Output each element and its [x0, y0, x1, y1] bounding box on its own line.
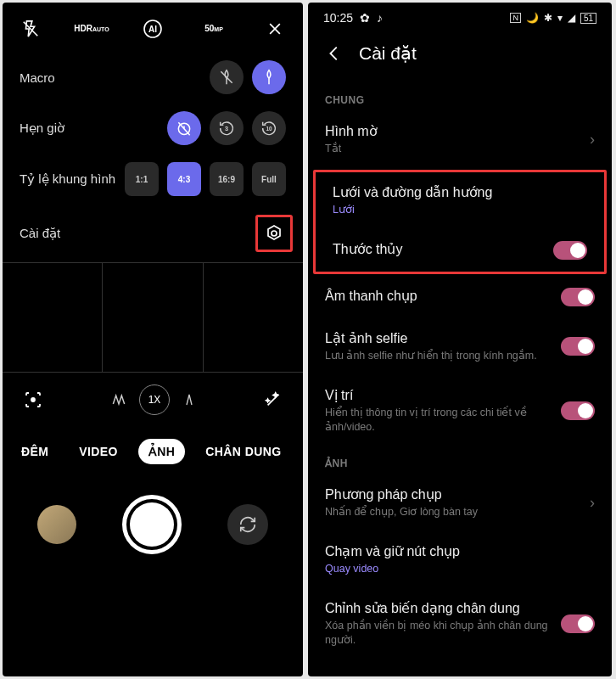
- shutter-button[interactable]: [122, 495, 182, 554]
- aspect-4-3-button[interactable]: 4:3: [167, 162, 201, 196]
- level-item[interactable]: Thước thủy: [316, 229, 604, 272]
- mode-more[interactable]: T: [301, 439, 303, 464]
- aspect-full-button[interactable]: Full: [252, 162, 286, 196]
- grid-item[interactable]: Lưới và đường dẫn hướng Lưới: [316, 172, 604, 229]
- zoom-tele-icon[interactable]: [182, 391, 197, 408]
- shutter-sound-item[interactable]: Âm thanh chụp: [308, 276, 612, 318]
- aspect-row: Tỷ lệ khung hình 1:1 4:3 16:9 Full: [3, 154, 303, 205]
- wifi-icon: ▾: [557, 12, 563, 24]
- aspect-label: Tỷ lệ khung hình: [20, 171, 115, 187]
- mode-video[interactable]: VIDEO: [69, 439, 128, 464]
- macro-on-button[interactable]: [252, 60, 286, 94]
- settings-label: Cài đặt: [20, 226, 60, 241]
- svg-point-10: [272, 231, 277, 236]
- hold-title: Chạm và giữ nút chụp: [325, 543, 595, 559]
- timer-10s-button[interactable]: 10: [252, 111, 286, 145]
- status-gear-icon: ✿: [360, 11, 370, 25]
- settings-screen: 10:25 ✿ ♪ N 🌙 ✱ ▾ ◢ 51 Cài đặt CHUNG Hìn…: [308, 3, 612, 676]
- status-bar: 10:25 ✿ ♪ N 🌙 ✱ ▾ ◢ 51: [308, 3, 612, 28]
- mode-night[interactable]: ĐÊM: [11, 439, 59, 464]
- shutter-sound-toggle[interactable]: [561, 288, 595, 306]
- svg-text:3: 3: [225, 125, 228, 132]
- zoom-controls: 1X: [3, 373, 303, 427]
- hold-shutter-item[interactable]: Chạm và giữ nút chụp Quay video: [308, 531, 612, 588]
- zoom-wide-icon[interactable]: [110, 391, 127, 408]
- hdr-auto-icon[interactable]: HDRAUTO: [81, 18, 103, 40]
- mode-strip[interactable]: ĐÊM VIDEO ẢNH CHÂN DUNG T: [3, 427, 303, 476]
- top-toolbar: HDRAUTO AI 50MP: [3, 3, 303, 52]
- watermark-title: Hình mờ: [325, 123, 580, 139]
- grid-title: Lưới và đường dẫn hướng: [333, 184, 587, 200]
- gear-icon[interactable]: [264, 223, 284, 244]
- mirror-toggle[interactable]: [561, 337, 595, 356]
- level-toggle[interactable]: [553, 241, 587, 260]
- aspect-1-1-button[interactable]: 1:1: [125, 162, 159, 196]
- bluetooth-icon: ✱: [544, 12, 552, 24]
- mode-photo[interactable]: ẢNH: [138, 439, 185, 464]
- battery-icon: 51: [580, 13, 596, 24]
- watermark-item[interactable]: Hình mờ Tắt ›: [308, 111, 612, 168]
- timer-off-button[interactable]: [167, 111, 201, 145]
- svg-text:10: 10: [266, 126, 272, 132]
- location-sub: Hiển thị thông tin vị trí trong các chi …: [325, 406, 551, 435]
- svg-text:AI: AI: [148, 25, 157, 34]
- capture-sub: Nhấn để chụp, Giơ lòng bàn tay: [325, 505, 580, 519]
- timer-label: Hẹn giờ: [20, 121, 64, 136]
- section-photo: ẢNH: [308, 446, 612, 474]
- shutter-sound-title: Âm thanh chụp: [325, 288, 551, 304]
- hold-sub: Quay video: [325, 562, 595, 576]
- google-lens-icon[interactable]: [23, 390, 43, 410]
- svg-point-11: [31, 398, 35, 401]
- settings-header: Cài đặt: [308, 28, 612, 82]
- ai-icon[interactable]: AI: [142, 18, 164, 40]
- mirror-item[interactable]: Lật ảnh selfie Lưu ảnh selfie như hiển t…: [308, 318, 612, 375]
- macro-label: Macro: [20, 70, 55, 85]
- capture-title: Phương pháp chụp: [325, 486, 580, 502]
- macro-row: Macro: [3, 52, 303, 103]
- settings-highlight: [255, 215, 293, 252]
- distortion-sub: Xóa phần viền bị méo khi chụp ảnh chân d…: [325, 619, 551, 648]
- settings-row: Cài đặt: [3, 205, 303, 262]
- timer-3s-button[interactable]: 3: [210, 111, 244, 145]
- chevron-right-icon: ›: [590, 131, 595, 149]
- signal-icon: ◢: [568, 12, 575, 24]
- location-item[interactable]: Vị trí Hiển thị thông tin vị trí trong c…: [308, 375, 612, 446]
- distortion-title: Chỉnh sửa biến dạng chân dung: [325, 600, 551, 616]
- status-app-icon: ♪: [377, 11, 383, 25]
- nfc-icon: N: [510, 13, 521, 23]
- section-general: CHUNG: [308, 82, 612, 111]
- location-toggle[interactable]: [561, 401, 595, 420]
- shutter-row: [3, 476, 303, 588]
- mirror-sub: Lưu ảnh selfie như hiển thị trong kính n…: [325, 349, 551, 363]
- viewfinder-grid: [3, 262, 303, 373]
- capture-method-item[interactable]: Phương pháp chụp Nhấn để chụp, Giơ lòng …: [308, 474, 612, 531]
- timer-row: Hẹn giờ 3 10: [3, 103, 303, 154]
- status-time: 10:25: [323, 11, 353, 25]
- grid-sub: Lưới: [333, 203, 587, 217]
- megapixel-icon[interactable]: 50MP: [203, 18, 225, 40]
- level-title: Thước thủy: [333, 241, 543, 257]
- close-icon[interactable]: [264, 18, 286, 40]
- grid-level-highlight: Lưới và đường dẫn hướng Lưới Thước thủy: [313, 170, 607, 274]
- magic-wand-icon[interactable]: [264, 390, 283, 409]
- mirror-title: Lật ảnh selfie: [325, 330, 551, 346]
- back-icon[interactable]: [325, 44, 344, 63]
- gallery-thumbnail[interactable]: [37, 505, 76, 544]
- flip-camera-button[interactable]: [227, 504, 268, 545]
- chevron-right-icon: ›: [590, 494, 595, 512]
- camera-app-screen: HDRAUTO AI 50MP Macro Hẹn giờ 3: [3, 3, 303, 676]
- zoom-1x-button[interactable]: 1X: [139, 384, 170, 415]
- distortion-item[interactable]: Chỉnh sửa biến dạng chân dung Xóa phần v…: [308, 588, 612, 659]
- location-title: Vị trí: [325, 387, 551, 403]
- flash-off-icon[interactable]: [20, 18, 42, 40]
- mode-portrait[interactable]: CHÂN DUNG: [195, 439, 291, 464]
- dnd-icon: 🌙: [526, 12, 539, 24]
- macro-off-button[interactable]: [210, 60, 244, 94]
- aspect-16-9-button[interactable]: 16:9: [210, 162, 244, 196]
- distortion-toggle[interactable]: [561, 614, 595, 633]
- watermark-sub: Tắt: [325, 142, 580, 156]
- settings-title: Cài đặt: [359, 43, 417, 64]
